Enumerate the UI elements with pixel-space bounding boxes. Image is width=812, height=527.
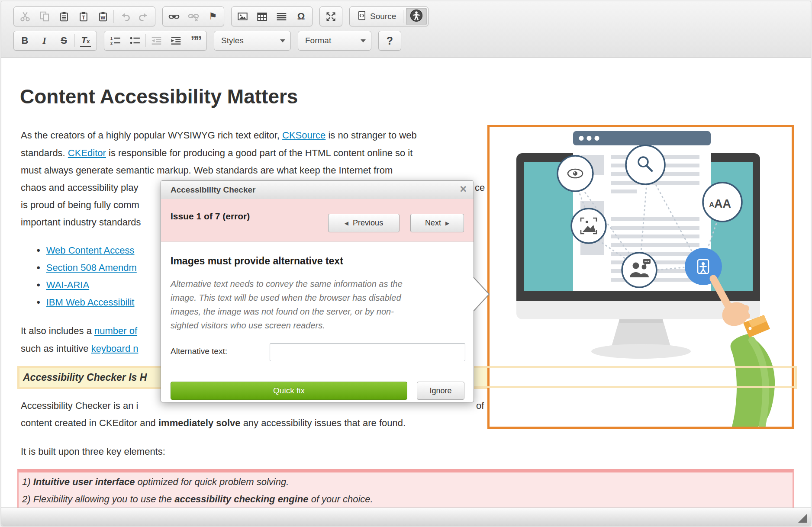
- svg-text:1: 1: [110, 36, 113, 41]
- pink-box-line: 2) Flexibility allowing you to use the a…: [22, 493, 373, 505]
- redo-button[interactable]: [134, 8, 154, 25]
- previous-arrow-icon: ◀: [345, 220, 348, 226]
- number-of-link[interactable]: number of: [94, 325, 137, 336]
- monitor-base: [591, 344, 691, 359]
- ibm-accessibility-link[interactable]: IBM Web Accessibilit: [46, 297, 135, 308]
- strikethrough-button[interactable]: S: [54, 32, 74, 49]
- cut-icon: [20, 11, 30, 22]
- source-group: Source: [349, 6, 429, 26]
- editor-toolbar: T W ⚑ Ω Source: [1, 1, 811, 58]
- format-combo-label: Format: [305, 36, 331, 45]
- section508-link[interactable]: Section 508 Amendm: [46, 262, 137, 273]
- paragraph-line: It is built upon three key elements:: [21, 446, 165, 458]
- format-combo[interactable]: Format: [298, 31, 371, 51]
- font-size-icon: A: [709, 201, 714, 209]
- dialog-titlebar[interactable]: Accessibility Checker ×: [161, 181, 474, 199]
- flagged-image[interactable]: A AA: [487, 125, 794, 429]
- outdent-button[interactable]: [147, 32, 166, 49]
- issue-description-line: sighted visitors who use screen readers.: [171, 318, 325, 332]
- anchor-flag-icon: ⚑: [209, 12, 217, 21]
- styles-combo-label: Styles: [221, 36, 244, 45]
- link-button[interactable]: [164, 8, 184, 25]
- paragraph-line-fragment: ce: [475, 182, 485, 194]
- link-icon: [168, 11, 180, 22]
- paragraph-group: 12 ””: [104, 31, 207, 51]
- next-issue-button[interactable]: Next ▶: [410, 214, 464, 232]
- pink-box-line: 1) Intuitive user interface optimized fo…: [22, 476, 289, 488]
- indent-button[interactable]: [166, 32, 186, 49]
- remove-format-button[interactable]: Tx: [76, 32, 95, 49]
- table-button[interactable]: [252, 8, 272, 25]
- ignore-button[interactable]: Ignore: [417, 382, 464, 400]
- chevron-down-icon: [361, 39, 366, 42]
- blockquote-button[interactable]: ””: [186, 32, 205, 49]
- list-item: •Web Content Access: [37, 244, 135, 257]
- svg-text:2: 2: [110, 41, 113, 45]
- accessibility-checker-dialog: Accessibility Checker × Issue 1 of 7 (er…: [161, 180, 474, 402]
- paragraph-line: such as intuitive keyboard n: [21, 343, 139, 355]
- clipboard-group: T W: [13, 6, 155, 26]
- wcag-link[interactable]: Web Content Access: [46, 245, 135, 256]
- issue-counter: Issue 1 of 7 (error): [171, 211, 250, 222]
- toolbar-separator: [74, 34, 75, 47]
- toolbar-row-1: T W ⚑ Ω Source: [13, 6, 429, 26]
- numbered-list-button[interactable]: 12: [106, 32, 125, 49]
- maximize-button[interactable]: [321, 8, 341, 25]
- cksource-link[interactable]: CKSource: [282, 130, 325, 141]
- image-icon: [237, 11, 248, 22]
- cut-button[interactable]: [15, 8, 35, 25]
- pink-highlight-box: 1) Intuitive user interface optimized fo…: [17, 469, 794, 508]
- paragraph-line: As the creators of a highly popular WYSI…: [21, 129, 417, 141]
- list-item: •Section 508 Amendm: [37, 262, 137, 274]
- anchor-button[interactable]: ⚑: [203, 8, 222, 25]
- about-button[interactable]: ?: [380, 32, 400, 49]
- paste-as-text-button[interactable]: T: [74, 8, 93, 25]
- image-button[interactable]: [233, 8, 252, 25]
- bold-icon: B: [22, 36, 29, 45]
- resize-handle[interactable]: [798, 514, 807, 523]
- blockquote-icon: ””: [191, 34, 200, 47]
- numbered-list-icon: 12: [110, 35, 121, 46]
- indent-icon: [171, 35, 181, 46]
- banner-border-overlay-bottom: [473, 386, 797, 388]
- italic-button[interactable]: I: [35, 32, 54, 49]
- alternative-text-input[interactable]: [270, 343, 465, 361]
- image-crop-badge: [571, 209, 606, 243]
- strikethrough-icon: S: [61, 36, 67, 45]
- unlink-button[interactable]: [184, 8, 203, 25]
- undo-button[interactable]: [115, 8, 134, 25]
- accessibility-checker-button[interactable]: [406, 8, 427, 25]
- source-button[interactable]: Source: [351, 8, 402, 25]
- svg-text:AA: AA: [714, 197, 731, 210]
- banner-border-overlay-top: [473, 366, 797, 368]
- browser-dot: [579, 136, 584, 141]
- search-badge: [626, 145, 665, 184]
- links-group: ⚑: [162, 6, 224, 26]
- issue-title: Images must provide alternative text: [171, 255, 343, 267]
- paste-button[interactable]: [54, 8, 74, 25]
- ckeditor-link[interactable]: CKEditor: [68, 148, 106, 158]
- balloon-tail: [473, 276, 490, 312]
- banner-heading: Accessibility Checker Is H: [23, 372, 147, 383]
- toolbar-separator: [403, 10, 403, 23]
- bulleted-list-button[interactable]: [125, 32, 145, 49]
- paragraph-line: chaos and accessibility play: [21, 182, 138, 194]
- editor-frame: T W ⚑ Ω Source: [1, 1, 811, 526]
- issue-description-line: Alternative text needs to convey the sam…: [171, 277, 403, 291]
- copy-button[interactable]: [35, 8, 54, 25]
- maximize-group: [319, 6, 342, 26]
- wai-aria-link[interactable]: WAI-ARIA: [46, 280, 89, 290]
- previous-issue-button[interactable]: ◀ Previous: [328, 214, 400, 232]
- paragraph-line: is proud of being fully comm: [21, 199, 139, 211]
- toolbar-separator: [113, 10, 114, 23]
- styles-combo[interactable]: Styles: [214, 31, 291, 51]
- quick-fix-button[interactable]: Quick fix: [171, 382, 407, 400]
- bold-button[interactable]: B: [15, 32, 35, 49]
- issue-status-bar: Issue 1 of 7 (error) ◀ Previous Next ▶: [161, 199, 474, 242]
- close-icon[interactable]: ×: [460, 183, 467, 196]
- editor-content-area[interactable]: Content Accessibility Matters As the cre…: [1, 58, 811, 508]
- special-character-button[interactable]: Ω: [291, 8, 311, 25]
- paste-from-word-button[interactable]: W: [93, 8, 113, 25]
- horizontal-line-button[interactable]: [272, 8, 291, 25]
- keyboard-link[interactable]: keyboard n: [91, 343, 139, 354]
